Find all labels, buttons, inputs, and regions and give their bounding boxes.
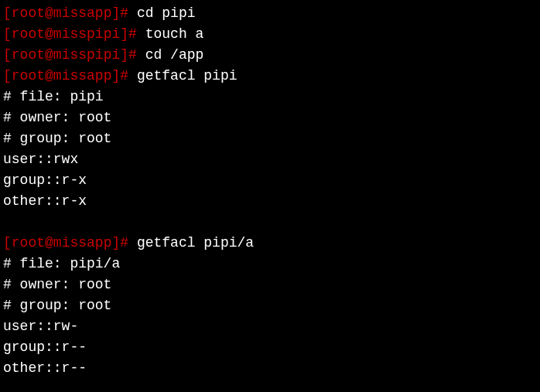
prompt-host: miss xyxy=(53,26,87,42)
prompt-user: root xyxy=(12,47,45,63)
bracket-close: ] xyxy=(111,68,120,84)
output-line: # group: root xyxy=(3,128,537,149)
prompt-at: @ xyxy=(45,235,53,251)
prompt-line: [root@misspipi]# cd /app xyxy=(3,45,537,66)
prompt-at: @ xyxy=(45,68,53,84)
bracket-close: ] xyxy=(111,235,120,251)
command-text: cd /app xyxy=(137,47,203,63)
output-line: # file: pipi/a xyxy=(3,254,537,274)
bracket-open: [ xyxy=(3,68,12,84)
output-line: user::rwx xyxy=(3,149,537,170)
bracket-open: [ xyxy=(3,5,12,21)
prompt-line: [root@missapp]# cd pipi xyxy=(3,3,537,24)
prompt-path: app xyxy=(87,68,111,84)
prompt-path: pipi xyxy=(87,26,120,42)
prompt-host: miss xyxy=(53,235,87,251)
bracket-close: ] xyxy=(111,5,120,21)
prompt-user: root xyxy=(12,5,45,21)
output-line: group::r-x xyxy=(3,170,537,191)
command-text: getfacl pipi xyxy=(128,68,237,84)
prompt-line: [root@missapp]# getfacl pipi xyxy=(3,66,537,87)
prompt-line: [root@missapp]# getfacl pipi/a xyxy=(3,233,537,254)
output-line: user::rw- xyxy=(3,316,537,337)
prompt-at: @ xyxy=(45,26,53,42)
prompt-user: root xyxy=(12,235,45,251)
prompt-at: @ xyxy=(45,47,53,63)
output-line: # group: root xyxy=(3,295,537,316)
bracket-open: [ xyxy=(3,47,12,63)
blank-line xyxy=(3,379,537,392)
output-line: other::r-x xyxy=(3,191,537,212)
prompt-hash: # xyxy=(120,235,128,251)
bracket-open: [ xyxy=(3,235,12,251)
prompt-line: [root@misspipi]# touch a xyxy=(3,24,537,45)
command-text: getfacl pipi/a xyxy=(128,235,254,251)
prompt-user: root xyxy=(12,26,45,42)
prompt-hash: # xyxy=(120,68,128,84)
output-line: # owner: root xyxy=(3,274,537,295)
prompt-host: miss xyxy=(53,47,87,63)
command-text: touch a xyxy=(137,26,203,42)
prompt-host: miss xyxy=(53,5,87,21)
prompt-at: @ xyxy=(45,5,53,21)
bracket-close: ] xyxy=(120,47,128,63)
prompt-path: app xyxy=(87,235,111,251)
output-line: # file: pipi xyxy=(3,87,537,107)
terminal-output[interactable]: [root@missapp]# cd pipi [root@misspipi]#… xyxy=(3,3,537,392)
prompt-path: app xyxy=(87,5,111,21)
prompt-user: root xyxy=(12,68,45,84)
output-line: other::r-- xyxy=(3,358,537,379)
prompt-path: pipi xyxy=(87,47,120,63)
command-text: cd pipi xyxy=(128,5,195,21)
blank-line xyxy=(3,212,537,233)
prompt-hash: # xyxy=(128,26,137,42)
bracket-open: [ xyxy=(3,26,12,42)
prompt-hash: # xyxy=(120,5,128,21)
output-line: group::r-- xyxy=(3,337,537,358)
bracket-close: ] xyxy=(120,26,128,42)
output-line: # owner: root xyxy=(3,107,537,128)
prompt-hash: # xyxy=(128,47,137,63)
prompt-host: miss xyxy=(53,68,87,84)
